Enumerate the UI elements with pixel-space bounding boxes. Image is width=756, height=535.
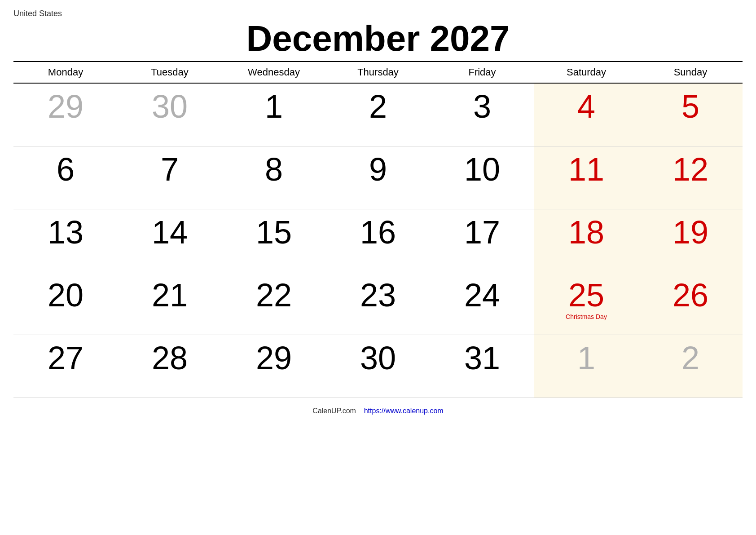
day-number: 19 xyxy=(643,216,738,248)
calendar-day-cell: 12 xyxy=(638,146,743,209)
day-number: 28 xyxy=(122,342,217,374)
calendar-day-cell: 17 xyxy=(430,209,534,272)
day-number: 2 xyxy=(330,90,426,123)
day-number: 29 xyxy=(18,90,113,123)
day-number: 4 xyxy=(539,90,634,123)
calendar-day-cell: 29 xyxy=(13,83,118,146)
calendar-day-cell: 11 xyxy=(534,146,638,209)
calendar-day-cell: 19 xyxy=(638,209,743,272)
day-number: 1 xyxy=(539,342,634,374)
day-number: 24 xyxy=(435,279,530,311)
day-number: 30 xyxy=(330,342,426,374)
day-number: 31 xyxy=(435,342,530,374)
calendar-day-cell: 6 xyxy=(13,146,118,209)
calendar-day-cell: 18 xyxy=(534,209,638,272)
calendar-day-cell: 9 xyxy=(326,146,430,209)
day-number: 20 xyxy=(18,279,113,311)
calendar-week-row: 13141516171819 xyxy=(13,209,743,272)
day-number: 11 xyxy=(539,153,634,186)
header-tuesday: Tuesday xyxy=(118,62,222,83)
calendar-day-cell: 14 xyxy=(118,209,222,272)
day-number: 22 xyxy=(226,279,321,311)
country-label: United States xyxy=(13,9,743,18)
holiday-label: Christmas Day xyxy=(539,313,634,320)
day-number: 23 xyxy=(330,279,426,311)
calendar-day-cell: 30 xyxy=(118,83,222,146)
calendar-day-cell: 2 xyxy=(326,83,430,146)
calendar-day-cell: 31 xyxy=(430,335,534,398)
calendar-day-cell: 2 xyxy=(638,335,743,398)
day-number: 18 xyxy=(539,216,634,248)
day-number: 3 xyxy=(435,90,530,123)
calendar-grid: Monday Tuesday Wednesday Thursday Friday… xyxy=(13,61,743,398)
calendar-day-cell: 1 xyxy=(222,83,326,146)
calendar-day-cell: 21 xyxy=(118,272,222,335)
day-number: 25 xyxy=(539,279,634,311)
calendar-day-cell: 1 xyxy=(534,335,638,398)
day-number: 7 xyxy=(122,153,217,186)
calendar-week-row: 202122232425Christmas Day26 xyxy=(13,272,743,335)
day-number: 10 xyxy=(435,153,530,186)
calendar-day-cell: 3 xyxy=(430,83,534,146)
day-number: 2 xyxy=(643,342,738,374)
day-number: 30 xyxy=(122,90,217,123)
day-number: 14 xyxy=(122,216,217,248)
calendar-week-row: 272829303112 xyxy=(13,335,743,398)
calendar-day-cell: 26 xyxy=(638,272,743,335)
day-number: 6 xyxy=(18,153,113,186)
header-thursday: Thursday xyxy=(326,62,430,83)
calendar-day-cell: 25Christmas Day xyxy=(534,272,638,335)
day-number: 13 xyxy=(18,216,113,248)
calendar-day-cell: 8 xyxy=(222,146,326,209)
calendar-page: United States December 2027 Monday Tuesd… xyxy=(0,0,756,535)
calendar-day-cell: 10 xyxy=(430,146,534,209)
header-sunday: Sunday xyxy=(638,62,743,83)
calendar-day-cell: 15 xyxy=(222,209,326,272)
day-number: 15 xyxy=(226,216,321,248)
calendar-day-cell: 29 xyxy=(222,335,326,398)
header-wednesday: Wednesday xyxy=(222,62,326,83)
calendar-title: December 2027 xyxy=(13,21,743,57)
day-number: 8 xyxy=(226,153,321,186)
calendar-day-cell: 24 xyxy=(430,272,534,335)
calendar-day-cell: 7 xyxy=(118,146,222,209)
calendar-day-cell: 27 xyxy=(13,335,118,398)
calendar-day-cell: 13 xyxy=(13,209,118,272)
calendar-day-cell: 23 xyxy=(326,272,430,335)
day-number: 27 xyxy=(18,342,113,374)
header-saturday: Saturday xyxy=(534,62,638,83)
header-friday: Friday xyxy=(430,62,534,83)
calendar-week-row: 6789101112 xyxy=(13,146,743,209)
day-number: 29 xyxy=(226,342,321,374)
calendar-week-row: 293012345 xyxy=(13,83,743,146)
footer-brand: CalenUP.com xyxy=(312,407,356,415)
calendar-day-cell: 30 xyxy=(326,335,430,398)
calendar-day-cell: 16 xyxy=(326,209,430,272)
calendar-day-cell: 20 xyxy=(13,272,118,335)
calendar-day-cell: 4 xyxy=(534,83,638,146)
calendar-day-cell: 28 xyxy=(118,335,222,398)
calendar-day-cell: 22 xyxy=(222,272,326,335)
day-number: 5 xyxy=(643,90,738,123)
day-number: 16 xyxy=(330,216,426,248)
calendar-day-cell: 5 xyxy=(638,83,743,146)
day-number: 12 xyxy=(643,153,738,186)
day-number: 9 xyxy=(330,153,426,186)
weekday-header-row: Monday Tuesday Wednesday Thursday Friday… xyxy=(13,62,743,83)
day-number: 26 xyxy=(643,279,738,311)
header-monday: Monday xyxy=(13,62,118,83)
day-number: 17 xyxy=(435,216,530,248)
footer: CalenUP.com https://www.calenup.com xyxy=(13,407,743,415)
day-number: 21 xyxy=(122,279,217,311)
day-number: 1 xyxy=(226,90,321,123)
footer-url[interactable]: https://www.calenup.com xyxy=(364,407,444,415)
